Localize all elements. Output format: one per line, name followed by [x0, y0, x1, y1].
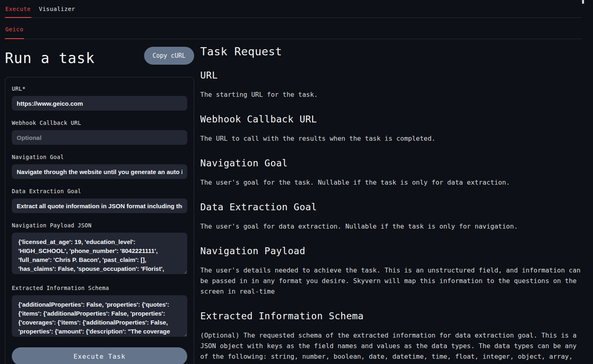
task-form-header: Run a task Copy cURL [5, 46, 194, 70]
docs-section-title-extracted-schema: Extracted Information Schema [200, 311, 582, 321]
docs-section-body-extracted-schema: (Optional) The requested schema of the e… [200, 330, 582, 364]
tab-geico[interactable]: Geico [5, 18, 24, 39]
tab-execute[interactable]: Execute [5, 0, 31, 18]
extracted-schema-label: Extracted Information Schema [12, 285, 187, 291]
data-extraction-goal-label: Data Extraction Goal [12, 188, 187, 194]
extracted-schema-textarea[interactable]: {'additionalProperties': False, 'propert… [12, 295, 187, 337]
docs-section-body-webhook: The URL to call with the results when th… [200, 133, 582, 144]
data-extraction-goal-input[interactable] [12, 198, 187, 213]
docs-title: Task Request [200, 45, 582, 58]
tab-visualizer[interactable]: Visualizer [39, 0, 76, 18]
url-field-group: URL* [12, 85, 187, 111]
docs-section-body-url: The starting URL for the task. [200, 89, 582, 100]
main-content: Run a task Copy cURL URL* Webhook Callba… [0, 39, 593, 364]
page-title: Run a task [5, 50, 95, 66]
docs-section-title-url: URL [200, 70, 582, 81]
navigation-payload-label: Navigation Payload JSON [12, 222, 187, 229]
extracted-schema-field-group: Extracted Information Schema {'additiona… [12, 285, 187, 338]
webhook-input[interactable] [12, 130, 187, 145]
data-extraction-goal-field-group: Data Extraction Goal [12, 188, 187, 213]
docs-section-title-data-extraction-goal: Data Extraction Goal [200, 202, 582, 212]
navigation-payload-textarea[interactable]: {'licensed_at_age': 19, 'education_level… [12, 233, 187, 274]
navigation-goal-input[interactable] [12, 164, 187, 179]
task-request-docs: Task Request URL The starting URL for th… [200, 44, 582, 364]
copy-curl-button[interactable]: Copy cURL [144, 47, 194, 65]
secondary-tab-bar: Geico [5, 18, 582, 39]
docs-section-title-navigation-payload: Navigation Payload [200, 246, 582, 256]
docs-section-title-navigation-goal: Navigation Goal [200, 158, 582, 168]
docs-section-body-data-extraction-goal: The user's goal for data extraction. Nul… [200, 221, 582, 232]
url-input[interactable] [12, 96, 187, 111]
primary-tab-bar: Execute Visualizer [5, 0, 582, 18]
url-label: URL* [12, 85, 187, 92]
task-form-card: URL* Webhook Callback URL Navigation Goa… [5, 77, 194, 364]
webhook-label: Webhook Callback URL [12, 120, 187, 126]
vertical-scrollbar-thumb[interactable] [582, 0, 584, 4]
execute-task-button[interactable]: Execute Task [12, 347, 187, 364]
navigation-payload-field-group: Navigation Payload JSON {'licensed_at_ag… [12, 222, 187, 276]
docs-section-body-navigation-payload: The user's details needed to achieve the… [200, 265, 582, 297]
navigation-goal-field-group: Navigation Goal [12, 154, 187, 179]
docs-section-title-webhook: Webhook Callback URL [200, 114, 582, 124]
task-form-panel: Run a task Copy cURL URL* Webhook Callba… [5, 44, 194, 364]
docs-section-body-navigation-goal: The user's goal for the task. Nullable i… [200, 177, 582, 188]
webhook-field-group: Webhook Callback URL [12, 120, 187, 145]
navigation-goal-label: Navigation Goal [12, 154, 187, 160]
